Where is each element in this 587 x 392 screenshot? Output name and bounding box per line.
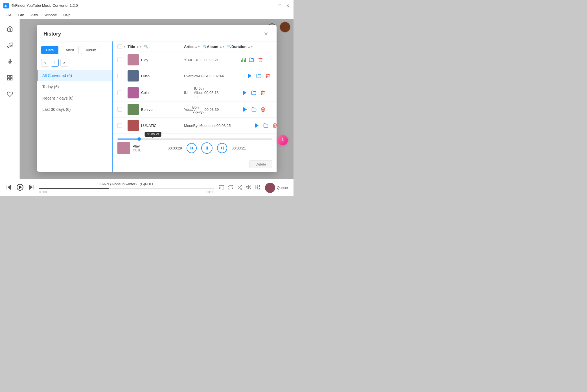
filter-date-tab[interactable]: Date xyxy=(41,46,58,54)
row-artist-2: Everglow xyxy=(184,74,199,78)
row-checkbox-3[interactable] xyxy=(117,91,122,95)
modal-close-button[interactable]: ✕ xyxy=(262,30,270,38)
svg-marker-14 xyxy=(243,107,246,111)
sidebar-item-favorites[interactable] xyxy=(3,87,17,102)
row-actions-3 xyxy=(241,89,272,96)
volume-icon[interactable] xyxy=(246,184,251,191)
row-delete-button-1[interactable] xyxy=(257,56,264,63)
category-all-converted[interactable]: All Converted (6) xyxy=(37,70,112,81)
maximize-button[interactable]: □ xyxy=(277,2,283,9)
row-title-cell-2: Hush xyxy=(128,70,184,82)
title-search-icon[interactable]: 🔍 xyxy=(144,45,148,49)
filter-tabs: Date Artist Album xyxy=(37,46,112,59)
row-folder-button-2[interactable] xyxy=(255,72,262,80)
progress-thumb[interactable] xyxy=(137,137,141,141)
svg-rect-18 xyxy=(206,147,207,150)
svg-marker-16 xyxy=(191,147,193,150)
next-track-button[interactable] xyxy=(217,143,227,153)
row-play-button-5[interactable] xyxy=(253,122,260,129)
select-all-checkbox[interactable]: ▼ xyxy=(117,44,128,49)
app-title: 4kFinder YouTube Music Converter 1.2.0 xyxy=(11,3,290,8)
bottom-play-button[interactable] xyxy=(16,184,24,192)
row-checkbox-5[interactable] xyxy=(117,123,122,128)
sidebar xyxy=(0,19,20,179)
category-recent-7-days[interactable]: Recent 7 days (6) xyxy=(37,93,112,104)
row-checkbox-4[interactable] xyxy=(117,107,122,112)
header-checkbox[interactable] xyxy=(117,44,122,49)
minimize-button[interactable]: – xyxy=(269,2,275,9)
category-last-30-days[interactable]: Last 30 days (6) xyxy=(37,104,112,115)
row-title-1: Play xyxy=(141,58,148,62)
next-page-button[interactable]: > xyxy=(60,59,68,67)
row-folder-button-4[interactable] xyxy=(250,106,258,113)
svg-text:4k: 4k xyxy=(5,5,8,7)
progress-track[interactable] xyxy=(117,138,272,140)
filter-artist-tab[interactable]: Artist xyxy=(61,46,79,54)
sidebar-item-grid[interactable] xyxy=(3,71,17,85)
row-folder-button-1[interactable] xyxy=(248,56,255,63)
row-thumbnail-4 xyxy=(128,104,139,115)
bottom-bar: HANN (Alone in winter) · (G)I-DLE 00:00 … xyxy=(0,179,294,196)
close-button[interactable]: ✕ xyxy=(284,2,291,9)
menu-window[interactable]: Window xyxy=(41,12,60,18)
pause-button[interactable] xyxy=(201,142,213,154)
svg-marker-12 xyxy=(248,74,251,78)
prev-page-button[interactable]: < xyxy=(41,59,49,67)
row-title-3: Coin xyxy=(141,91,149,95)
row-delete-button-4[interactable] xyxy=(259,106,267,113)
sidebar-item-mic[interactable] xyxy=(3,55,17,69)
bottom-prev-button[interactable] xyxy=(6,184,12,191)
sidebar-item-home[interactable] xyxy=(3,22,17,36)
shuffle-icon[interactable] xyxy=(237,184,242,191)
row-delete-button-2[interactable] xyxy=(264,72,271,80)
row-play-button-4[interactable] xyxy=(241,106,249,113)
duration-sort-icon[interactable]: ▲▼ xyxy=(247,45,253,48)
bottom-next-button[interactable] xyxy=(28,184,34,191)
equalizer-icon[interactable] xyxy=(255,184,260,191)
row-delete-button-5[interactable] xyxy=(271,122,277,129)
menu-edit[interactable]: Edit xyxy=(14,12,27,18)
heart-icon xyxy=(7,91,13,97)
album-sort-icon[interactable]: ▲▼ xyxy=(219,45,225,48)
artist-search-icon[interactable]: 🔍 xyxy=(203,45,207,49)
delete-button[interactable]: Delete xyxy=(249,160,272,168)
row-delete-button-3[interactable] xyxy=(259,89,266,96)
main-content: History ✕ Date Artist Album xyxy=(20,19,294,179)
sidebar-item-music[interactable] xyxy=(3,38,17,52)
album-search-icon[interactable]: 🔍 xyxy=(227,45,231,49)
row-checkbox-2[interactable] xyxy=(117,74,122,78)
menu-file[interactable]: File xyxy=(2,12,14,18)
svg-rect-9 xyxy=(7,78,9,80)
floating-add-button[interactable] xyxy=(278,135,288,145)
row-folder-button-5[interactable] xyxy=(262,122,270,129)
table-row: LUNATIC MoonByul 6equence 00:03:25 xyxy=(113,118,277,134)
row-play-button-3[interactable] xyxy=(241,89,248,96)
title-sort-icon[interactable]: ▲▼ xyxy=(136,45,142,48)
current-page-button[interactable]: 1 xyxy=(51,59,59,67)
player-thumbnail xyxy=(117,142,130,154)
filter-album-tab[interactable]: Album xyxy=(81,46,101,54)
grid-icon xyxy=(7,75,13,81)
row-checkbox-1[interactable] xyxy=(117,58,122,62)
row-play-button-2[interactable] xyxy=(246,72,253,80)
player-current-time: 00:00:29 xyxy=(168,146,182,150)
row-title-cell-3: Coin xyxy=(128,87,184,98)
repeat-icon[interactable] xyxy=(228,184,233,191)
modal-title: History xyxy=(43,31,61,37)
menu-view[interactable]: View xyxy=(27,12,41,18)
queue-label: Queue xyxy=(277,186,288,190)
row-duration-5: 00:03:25 xyxy=(216,124,253,128)
category-today[interactable]: Today (6) xyxy=(37,81,112,93)
row-folder-button-3[interactable] xyxy=(250,89,257,96)
player-title: Play xyxy=(133,144,141,148)
row-actions-2 xyxy=(246,72,277,80)
history-modal: History ✕ Date Artist Album xyxy=(37,25,277,172)
menu-help[interactable]: Help xyxy=(60,12,74,18)
bottom-progress-track[interactable] xyxy=(39,188,214,189)
prev-track-button[interactable] xyxy=(187,143,197,153)
cast-icon[interactable] xyxy=(219,184,224,191)
artist-sort-icon[interactable]: ▲▼ xyxy=(195,45,200,48)
row-duration-3: 00:03:13 xyxy=(204,91,241,95)
table-row: Bon vo... Yooa Bon Voyage 00:03:39 xyxy=(113,102,277,118)
home-icon xyxy=(7,26,13,32)
